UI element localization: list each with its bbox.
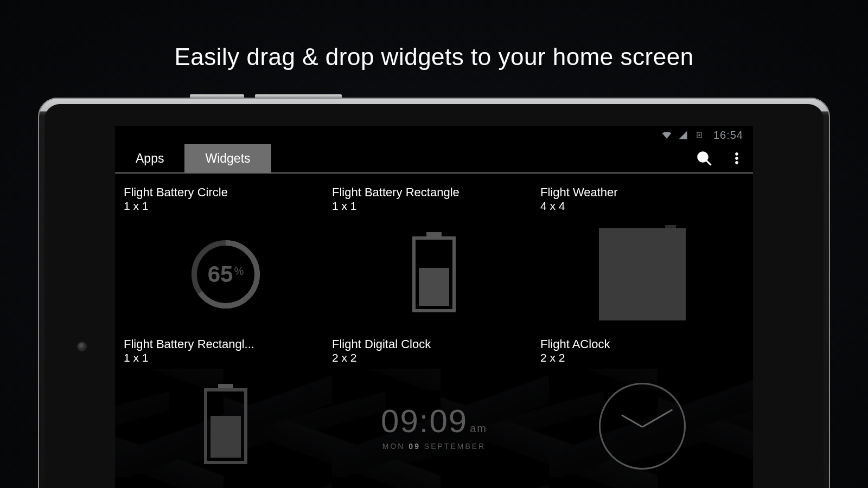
widget-title: Flight Digital Clock: [330, 337, 538, 351]
widget-flight-digital-clock[interactable]: Flight Digital Clock 2 x 2 09:09am MON 0…: [330, 335, 538, 487]
widget-preview: [122, 365, 330, 487]
clock-time: 09:09: [381, 403, 468, 439]
volume-button: [255, 94, 342, 98]
action-bar: Apps Widgets: [115, 144, 753, 174]
widget-size: 2 x 2: [330, 351, 538, 364]
power-button: [190, 94, 244, 98]
battery-rectangle-icon: [412, 236, 456, 312]
svg-point-6: [736, 162, 738, 164]
widget-flight-aclock[interactable]: Flight AClock 2 x 2: [538, 335, 746, 487]
device-bezel: 16:54 Apps Widgets Flight Battery Circle…: [44, 104, 824, 488]
widget-title: Flight AClock: [538, 337, 746, 351]
signal-icon: [678, 130, 688, 140]
widget-title: Flight Weather: [538, 185, 746, 200]
battery-rectangle-icon: [204, 388, 247, 464]
percent-sign: %: [234, 265, 244, 278]
widget-title: Flight Battery Circle: [122, 185, 330, 200]
overflow-menu-icon[interactable]: [720, 144, 753, 172]
status-bar: 16:54: [115, 126, 753, 144]
svg-line-3: [706, 160, 711, 165]
widget-flight-battery-circle[interactable]: Flight Battery Circle 1 x 1 65%: [122, 183, 330, 335]
weather-card-icon: [599, 228, 686, 320]
widget-title: Flight Battery Rectangle: [330, 185, 538, 200]
widget-size: 4 x 4: [538, 200, 746, 213]
digital-clock-icon: 09:09am MON 09 SEPTEMBER: [381, 402, 487, 451]
widget-preview: [538, 214, 746, 335]
widget-flight-weather[interactable]: Flight Weather 4 x 4: [538, 183, 746, 335]
widget-size: 1 x 1: [122, 200, 330, 213]
widget-preview: [538, 365, 746, 487]
widget-grid: Flight Battery Circle 1 x 1 65% Fli: [122, 180, 746, 488]
promo-headline: Easily drag & drop widgets to your home …: [0, 43, 868, 70]
svg-point-5: [736, 157, 738, 160]
tab-apps[interactable]: Apps: [115, 144, 184, 172]
clock-ampm: am: [470, 422, 487, 434]
widget-title: Flight Battery Rectangl...: [122, 337, 330, 351]
wifi-icon: [661, 130, 672, 140]
battery-circle-icon: 65%: [188, 236, 264, 312]
svg-rect-1: [698, 132, 700, 132]
front-camera: [78, 343, 86, 350]
widget-size: 1 x 1: [330, 200, 538, 213]
widget-preview: 09:09am MON 09 SEPTEMBER: [330, 365, 538, 487]
screen: 16:54 Apps Widgets Flight Battery Circle…: [115, 126, 753, 488]
battery-charging-icon: [694, 130, 705, 140]
clock-date: MON 09 SEPTEMBER: [381, 442, 487, 451]
tablet-device-frame: 16:54 Apps Widgets Flight Battery Circle…: [38, 98, 830, 488]
status-time: 16:54: [713, 129, 743, 142]
battery-percent-value: 65: [208, 261, 233, 287]
widget-size: 2 x 2: [538, 351, 746, 364]
widget-preview: [330, 214, 538, 335]
widget-flight-battery-rectangle[interactable]: Flight Battery Rectangle 1 x 1: [330, 183, 538, 335]
widget-size: 1 x 1: [122, 351, 330, 364]
analog-clock-icon: [599, 383, 686, 470]
svg-point-4: [736, 153, 738, 156]
tab-widgets[interactable]: Widgets: [184, 144, 271, 172]
widget-preview: 65%: [122, 214, 330, 335]
svg-point-2: [698, 152, 708, 162]
widget-flight-battery-rectangle-alt[interactable]: Flight Battery Rectangl... 1 x 1: [122, 335, 330, 487]
search-icon[interactable]: [688, 144, 720, 172]
